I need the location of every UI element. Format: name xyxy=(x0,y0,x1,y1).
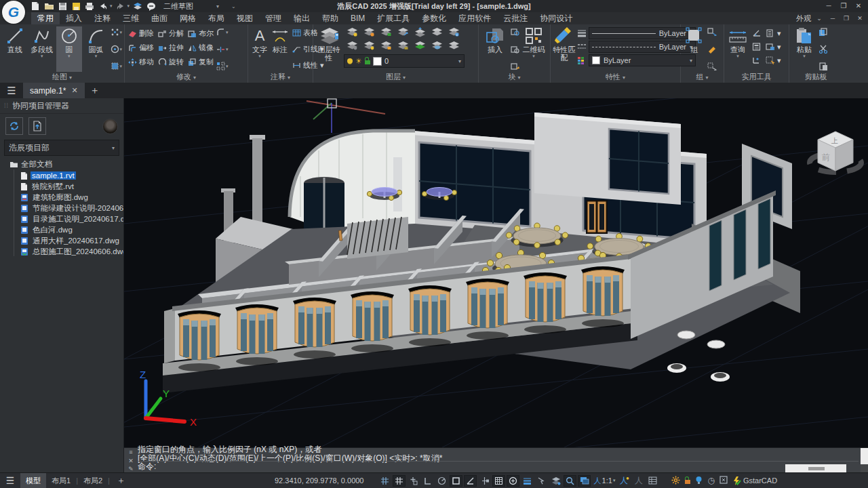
qat-customize-icon[interactable]: ⌄ xyxy=(231,3,236,9)
command-menu-icon[interactable]: ≡ xyxy=(129,449,132,455)
layer-unlock-tool[interactable] xyxy=(380,41,392,54)
copy-clip-tool[interactable] xyxy=(818,28,828,37)
arc-tool[interactable]: 圆弧 ▾ xyxy=(83,26,109,72)
comment-icon[interactable] xyxy=(146,1,157,12)
layer-bulb-icon[interactable] xyxy=(347,58,353,64)
line-tool[interactable]: 直线 xyxy=(2,26,28,72)
break-tool[interactable]: ▾ xyxy=(216,45,229,54)
tab-express[interactable]: 扩展工具 xyxy=(371,12,416,24)
panel-draw-label[interactable]: 绘图 ▾ xyxy=(0,72,124,83)
minimize-button[interactable]: ─ xyxy=(822,1,835,11)
snap-grid-icon[interactable] xyxy=(393,475,406,487)
close-button[interactable]: ✕ xyxy=(852,1,865,11)
osnap-icon[interactable] xyxy=(450,475,462,487)
menu-hamburger-icon[interactable]: ☰ xyxy=(0,83,23,98)
tab-bim[interactable]: BIM xyxy=(344,12,371,24)
command-input[interactable]: 命令: xyxy=(138,461,859,471)
project-select[interactable]: 浩辰项目部 ▾ xyxy=(4,140,119,156)
redo-icon[interactable] xyxy=(115,1,126,12)
status-menu-icon[interactable]: ☰ xyxy=(0,475,20,486)
group-tool[interactable]: 组 xyxy=(683,26,706,72)
panel-utilities-label[interactable]: 实用工具 xyxy=(724,72,789,83)
redo-dropdown-icon[interactable]: ▾ xyxy=(127,3,130,9)
tab-layout[interactable]: 布局 xyxy=(202,12,231,24)
doc-restore-button[interactable]: ❐ xyxy=(841,14,852,23)
polar-tracking-icon[interactable] xyxy=(435,475,448,487)
offset-tool[interactable]: 偏移 xyxy=(127,41,155,55)
quick-properties-icon[interactable] xyxy=(646,475,659,487)
layer-unlock-icon[interactable] xyxy=(365,60,370,64)
block-write-tool[interactable] xyxy=(511,62,520,70)
file-row[interactable]: 色白河.dwg xyxy=(0,224,123,235)
tab-manage[interactable]: 管理 xyxy=(259,12,288,24)
layer-walk-tool[interactable] xyxy=(431,41,443,54)
command-hscrollbar[interactable] xyxy=(785,464,846,472)
selection-cycling-icon[interactable] xyxy=(535,475,548,487)
brand-badge[interactable]: GstarCAD xyxy=(732,476,777,485)
copy-tool[interactable]: 复制 xyxy=(186,55,215,69)
measure-tool[interactable]: 查询 ▾ xyxy=(726,26,749,72)
performance-monitor-icon[interactable]: ◷ xyxy=(707,476,714,485)
layer-dropdown[interactable]: ☀ 0 ▾ xyxy=(344,54,465,68)
tab-parametric[interactable]: 参数化 xyxy=(416,12,452,24)
layer-thaw-tool[interactable] xyxy=(363,41,375,54)
annotation-visibility-icon[interactable]: 人● xyxy=(618,475,631,487)
hatch-tool[interactable]: ▾ xyxy=(111,62,123,70)
panel-annotate-label[interactable]: 注释 ▾ xyxy=(248,72,313,83)
tab-cloud-markup[interactable]: 云批注 xyxy=(497,12,534,24)
user-avatar[interactable] xyxy=(102,119,118,134)
lock-ui-icon[interactable] xyxy=(685,480,690,484)
point-tool[interactable]: ▾ xyxy=(111,28,123,37)
auto-annotation-icon[interactable]: 人 xyxy=(632,475,645,487)
qr-code-tool[interactable]: 二维码 ▾ xyxy=(521,26,546,72)
view-cube[interactable]: 上 前 xyxy=(810,131,861,172)
file-row[interactable]: 总图施工图_20240606.dwg xyxy=(0,246,123,257)
restore-button[interactable]: ❐ xyxy=(837,1,850,11)
tab-mesh[interactable]: 网格 xyxy=(174,12,202,24)
explode-tool[interactable]: 分解 xyxy=(157,26,185,41)
layer-match-tool[interactable] xyxy=(431,27,443,40)
dimension-tool[interactable]: 标注 xyxy=(271,26,290,72)
tab-view[interactable]: 视图 xyxy=(231,12,259,24)
viewcube-top-label[interactable]: 上 xyxy=(831,137,838,144)
tab-collab-design[interactable]: 协同设计 xyxy=(534,12,578,24)
tab-annotate[interactable]: 注释 xyxy=(88,12,117,24)
file-row[interactable]: sample.1.rvt xyxy=(0,170,123,181)
file-row[interactable]: 目录施工说明_20240617.dwg xyxy=(0,214,123,224)
tab-apps[interactable]: 应用软件 xyxy=(452,12,497,24)
layer-make-current-tool[interactable] xyxy=(414,27,426,40)
erase-tool[interactable]: 删除 xyxy=(127,26,155,41)
isolate-objects-bulb-icon[interactable] xyxy=(695,476,703,486)
layer-lock-tool[interactable] xyxy=(380,27,392,40)
area-tool[interactable]: ▾ xyxy=(764,40,783,54)
file-row[interactable]: 通用大样_20240617.dwg xyxy=(0,235,123,246)
panel-clipboard-label[interactable]: 剪贴板 xyxy=(789,72,842,83)
panel-layers-label[interactable]: 图层 ▾ xyxy=(313,72,478,83)
layer-merge-tool[interactable] xyxy=(414,41,426,54)
quick-select-tool[interactable]: ▾ xyxy=(764,54,783,67)
block-edit-tool[interactable] xyxy=(511,28,520,36)
lineweight-select[interactable]: ByLayer▾ xyxy=(589,27,696,39)
layer-states-icon[interactable] xyxy=(132,1,143,12)
calculator-tool[interactable] xyxy=(751,40,763,54)
otrack-icon[interactable] xyxy=(478,475,491,487)
print-icon[interactable] xyxy=(84,1,95,12)
drag-handle-icon[interactable]: ⁞⁞ xyxy=(4,102,9,109)
layer-properties-tool[interactable]: 图层特性 xyxy=(315,26,342,72)
array-tool[interactable]: ▾ xyxy=(216,62,229,70)
appearance-dropdown-icon[interactable]: ⌄ xyxy=(814,14,825,23)
save-icon[interactable] xyxy=(57,1,68,12)
layer-off-tool[interactable] xyxy=(347,41,358,54)
new-layout-icon[interactable]: ＋ xyxy=(110,474,132,487)
tab-help[interactable]: 帮助 xyxy=(316,12,344,24)
hscrollbar-thumb[interactable] xyxy=(808,467,825,470)
panel-block-label[interactable]: 块 ▾ xyxy=(479,72,550,83)
tab-surface[interactable]: 曲面 xyxy=(145,12,174,24)
color-palette-icon[interactable] xyxy=(577,56,587,64)
boolean-tool[interactable]: 布尔 xyxy=(186,26,215,41)
move-tool[interactable]: 移动 xyxy=(127,55,155,69)
new-file-icon[interactable] xyxy=(30,1,41,12)
undo-icon[interactable] xyxy=(98,1,108,12)
workspace-select[interactable]: 二维草图 xyxy=(163,1,193,12)
command-panel[interactable]: ≡ ✕ ✎ 指定窗口的角点，输入比例因子 (nX 或 nXP)，或者 [全部(A… xyxy=(124,447,868,472)
